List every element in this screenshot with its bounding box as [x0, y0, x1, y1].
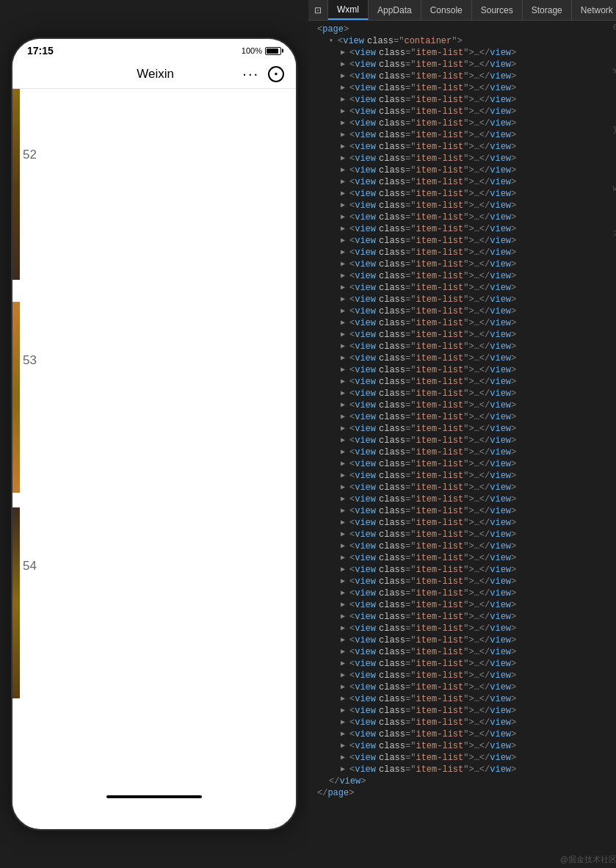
tab-network[interactable]: Network [572, 0, 616, 20]
expand-arrow-58[interactable]: ▶ [341, 728, 349, 740]
expand-arrow-41[interactable]: ▶ [341, 529, 349, 540]
expand-arrow-29[interactable]: ▶ [341, 388, 349, 399]
expand-arrow-9[interactable]: ▶ [341, 153, 349, 164]
phone-frame: 17:15 100% Weixin ··· ● [11, 37, 297, 831]
expand-arrow-27[interactable]: ▶ [341, 364, 349, 376]
expand-arrow-54[interactable]: ▶ [341, 681, 349, 693]
expand-arrow-26[interactable]: ▶ [341, 352, 349, 364]
expand-arrow-53[interactable]: ▶ [341, 670, 349, 681]
expand-arrow-20[interactable]: ▶ [341, 282, 349, 294]
expand-arrow-24[interactable]: ▶ [341, 329, 349, 341]
expand-arrow-40[interactable]: ▶ [341, 517, 349, 529]
code-line-item-42: ▶<viewclass="item-list">…</view> [308, 540, 616, 552]
expand-arrow-8[interactable]: ▶ [341, 141, 349, 153]
expand-arrow-39[interactable]: ▶ [341, 505, 349, 517]
expand-arrow-50[interactable]: ▶ [341, 634, 349, 646]
expand-arrow-4[interactable]: ▶ [341, 94, 349, 106]
expand-arrow-51[interactable]: ▶ [341, 646, 349, 658]
tab-storage[interactable]: Storage [523, 0, 572, 20]
tab-wxml[interactable]: Wxml [328, 0, 369, 20]
expand-arrow-57[interactable]: ▶ [341, 717, 349, 728]
expand-arrow-6[interactable]: ▶ [341, 117, 349, 129]
expand-arrow-32[interactable]: ▶ [341, 423, 349, 435]
expand-arrow-1[interactable]: ▶ [341, 59, 349, 70]
code-line-item-44: ▶<viewclass="item-list">…</view> [308, 564, 616, 576]
expand-arrow-47[interactable]: ▶ [341, 599, 349, 611]
expand-arrow-48[interactable]: ▶ [341, 611, 349, 623]
expand-arrow-2[interactable]: ▶ [341, 70, 349, 82]
expand-arrow-33[interactable]: ▶ [341, 435, 349, 446]
code-line-item-41: ▶<viewclass="item-list">…</view> [308, 529, 616, 540]
sidebar-letter-4[interactable]: W [611, 182, 616, 197]
battery-indicator: 100% [242, 46, 281, 55]
phone-body: 52 53 54 [12, 89, 296, 813]
expand-arrow-35[interactable]: ▶ [341, 458, 349, 470]
expand-arrow-28[interactable]: ▶ [341, 376, 349, 388]
code-line-item-2: ▶<viewclass="item-list">…</view> [308, 70, 616, 82]
expand-arrow-36[interactable]: ▶ [341, 470, 349, 482]
expand-arrow-18[interactable]: ▶ [341, 258, 349, 270]
expand-arrow-61[interactable]: ▶ [341, 764, 349, 775]
battery-fill [267, 48, 278, 54]
expand-arrow-5[interactable]: ▶ [341, 106, 349, 117]
expand-arrow-13[interactable]: ▶ [341, 200, 349, 211]
expand-arrow-52[interactable]: ▶ [341, 658, 349, 670]
expand-arrow-37[interactable]: ▶ [341, 482, 349, 493]
phone-panel: 17:15 100% Weixin ··· ● [0, 0, 308, 868]
code-line-item-47: ▶<viewclass="item-list">…</view> [308, 599, 616, 611]
sidebar-letter-5[interactable]: 大 [611, 226, 616, 241]
record-icon[interactable]: ● [268, 66, 284, 82]
code-line-view-close: </view> [308, 775, 616, 787]
expand-arrow-22[interactable]: ▶ [341, 305, 349, 317]
code-line-item-57: ▶<viewclass="item-list">…</view> [308, 717, 616, 728]
expand-arrow-12[interactable]: ▶ [341, 188, 349, 200]
expand-arrow-23[interactable]: ▶ [341, 317, 349, 329]
code-line-item-26: ▶<viewclass="item-list">…</view> [308, 352, 616, 364]
phone-status-bar: 17:15 100% [12, 39, 296, 59]
tab-console[interactable]: Console [421, 0, 472, 20]
sidebar-letter-e[interactable]: 8 [611, 21, 616, 35]
expand-arrow-16[interactable]: ▶ [341, 235, 349, 247]
sidebar-letter-3[interactable]: } [611, 123, 616, 138]
expand-arrow-59[interactable]: ▶ [341, 740, 349, 752]
expand-arrow-45[interactable]: ▶ [341, 576, 349, 587]
expand-arrow-15[interactable]: ▶ [341, 223, 349, 235]
expand-arrow-34[interactable]: ▶ [341, 446, 349, 458]
expand-arrow-60[interactable]: ▶ [341, 752, 349, 764]
expand-arrow-31[interactable]: ▶ [341, 411, 349, 423]
code-line-item-49: ▶<viewclass="item-list">…</view> [308, 623, 616, 634]
expand-arrow-55[interactable]: ▶ [341, 693, 349, 705]
expand-arrow-17[interactable]: ▶ [341, 247, 349, 258]
more-icon[interactable]: ··· [242, 65, 259, 82]
code-line-item-54: ▶<viewclass="item-list">…</view> [308, 681, 616, 693]
code-line-item-0: ▶<viewclass="item-list">…</view> [308, 47, 616, 59]
expand-arrow-3[interactable]: ▶ [341, 82, 349, 94]
sidebar-letter-2[interactable]: % [611, 65, 616, 79]
code-tree[interactable]: 8 % } W 大 <page> ▾ <view class="containe… [308, 21, 616, 851]
expand-arrow-30[interactable]: ▶ [341, 399, 349, 411]
tab-appdata[interactable]: AppData [369, 0, 421, 20]
code-line-item-17: ▶<viewclass="item-list">…</view> [308, 247, 616, 258]
expand-arrow-21[interactable]: ▶ [341, 294, 349, 305]
code-line-item-12: ▶<viewclass="item-list">…</view> [308, 188, 616, 200]
expand-arrow-14[interactable]: ▶ [341, 211, 349, 223]
expand-arrow-42[interactable]: ▶ [341, 540, 349, 552]
expand-arrow-19[interactable]: ▶ [341, 270, 349, 282]
code-line-item-31: ▶<viewclass="item-list">…</view> [308, 411, 616, 423]
tab-elements-icon[interactable]: ⊡ [308, 0, 328, 20]
expand-arrow-49[interactable]: ▶ [341, 623, 349, 634]
expand-arrow-38[interactable]: ▶ [341, 493, 349, 505]
expand-arrow-25[interactable]: ▶ [341, 341, 349, 352]
code-line-item-33: ▶<viewclass="item-list">…</view> [308, 435, 616, 446]
expand-arrow-10[interactable]: ▶ [341, 164, 349, 176]
tab-sources[interactable]: Sources [472, 0, 523, 20]
header-icons[interactable]: ··· ● [242, 65, 284, 82]
expand-arrow-7[interactable]: ▶ [341, 129, 349, 141]
expand-arrow-43[interactable]: ▶ [341, 552, 349, 564]
image-strip-3 [12, 507, 20, 698]
expand-arrow-44[interactable]: ▶ [341, 564, 349, 576]
expand-arrow-56[interactable]: ▶ [341, 705, 349, 717]
expand-arrow-46[interactable]: ▶ [341, 587, 349, 599]
expand-arrow-0[interactable]: ▶ [341, 47, 349, 59]
expand-arrow-11[interactable]: ▶ [341, 176, 349, 188]
